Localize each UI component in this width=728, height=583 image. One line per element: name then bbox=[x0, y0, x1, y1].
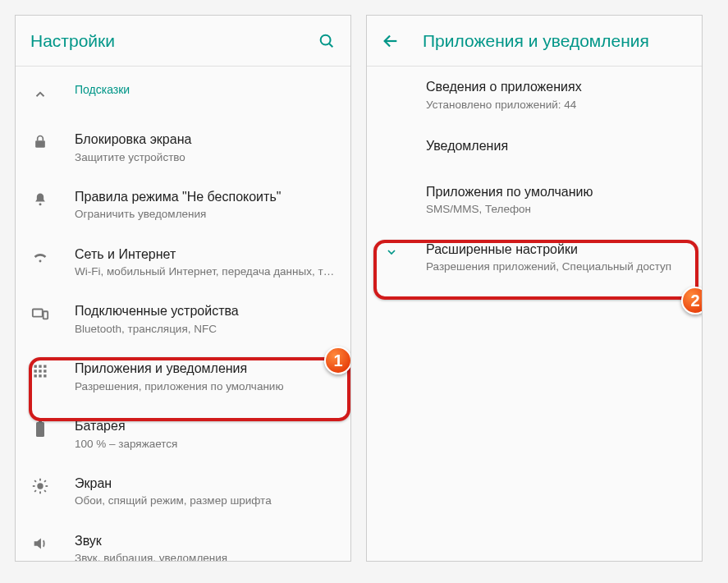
svg-rect-6 bbox=[34, 365, 37, 368]
svg-rect-9 bbox=[34, 370, 37, 373]
svg-rect-8 bbox=[43, 365, 46, 368]
brightness-icon bbox=[30, 476, 50, 496]
svg-rect-12 bbox=[34, 374, 37, 377]
empty-icon bbox=[382, 139, 401, 158]
apps-icon bbox=[30, 361, 50, 381]
item-title: Сведения о приложениях bbox=[426, 78, 687, 96]
row-advanced[interactable]: Расширенные настройки Разрешения приложе… bbox=[367, 229, 702, 287]
item-title: Правила режима "Не беспокоить" bbox=[75, 188, 336, 206]
svg-rect-13 bbox=[39, 374, 41, 377]
row-default-apps[interactable]: Приложения по умолчанию SMS/MMS, Телефон bbox=[367, 172, 702, 229]
wifi-icon bbox=[30, 247, 50, 267]
svg-rect-15 bbox=[36, 422, 44, 437]
item-title: Блокировка экрана bbox=[75, 131, 336, 149]
appbar-settings: Настройки bbox=[16, 16, 350, 67]
item-title: Расширенные настройки bbox=[426, 241, 687, 259]
row-battery[interactable]: Батарея 100 % – заряжается bbox=[16, 406, 350, 463]
item-title: Экран bbox=[75, 475, 336, 493]
item-subtitle: Защитите устройство bbox=[75, 150, 336, 165]
settings-list: Подсказки Блокировка экрана Защитите уст… bbox=[16, 67, 350, 561]
item-title: Сеть и Интернет bbox=[75, 246, 336, 264]
svg-line-1 bbox=[329, 44, 332, 47]
svg-point-0 bbox=[321, 34, 331, 44]
row-connected-devices[interactable]: Подключенные устройства Bluetooth, транс… bbox=[16, 291, 350, 348]
appbar-apps: Приложения и уведомления bbox=[367, 16, 702, 67]
devices-icon bbox=[30, 304, 50, 324]
volume-icon bbox=[30, 534, 50, 553]
chevron-up-icon bbox=[30, 85, 50, 104]
battery-icon bbox=[30, 419, 50, 438]
suggestions-label: Подсказки bbox=[75, 83, 336, 96]
row-sound[interactable]: Звук Звук, вибрация, уведомления bbox=[16, 521, 350, 561]
item-subtitle: Ограничить уведомления bbox=[75, 207, 336, 222]
row-lock-screen[interactable]: Блокировка экрана Защитите устройство bbox=[16, 119, 350, 177]
item-title: Батарея bbox=[75, 417, 336, 435]
empty-icon bbox=[382, 185, 401, 204]
svg-rect-11 bbox=[43, 370, 46, 373]
item-subtitle: Звук, вибрация, уведомления bbox=[75, 551, 336, 561]
svg-line-24 bbox=[34, 490, 36, 492]
svg-rect-5 bbox=[43, 312, 48, 319]
step-badge-1: 1 bbox=[324, 347, 351, 374]
lock-icon bbox=[30, 132, 50, 152]
row-display[interactable]: Экран Обои, спящий режим, размер шрифта bbox=[16, 463, 350, 521]
back-icon[interactable] bbox=[382, 32, 400, 50]
empty-icon bbox=[382, 80, 401, 99]
svg-rect-10 bbox=[39, 370, 41, 373]
item-title: Звук bbox=[75, 532, 336, 550]
row-app-info[interactable]: Сведения о приложениях Установлено прило… bbox=[367, 67, 702, 124]
row-network[interactable]: Сеть и Интернет Wi-Fi, мобильный Интерне… bbox=[16, 234, 350, 292]
svg-point-17 bbox=[37, 483, 43, 489]
svg-rect-16 bbox=[39, 420, 42, 422]
svg-rect-7 bbox=[39, 365, 41, 368]
item-subtitle: Разрешения, приложения по умолчанию bbox=[75, 379, 336, 394]
search-icon[interactable] bbox=[318, 32, 336, 50]
svg-rect-4 bbox=[33, 310, 43, 317]
svg-point-3 bbox=[39, 203, 42, 205]
item-subtitle: Установлено приложений: 44 bbox=[426, 98, 687, 112]
apps-list: Сведения о приложениях Установлено прило… bbox=[367, 67, 702, 561]
svg-rect-14 bbox=[43, 374, 46, 377]
chevron-down-icon bbox=[382, 242, 401, 262]
item-title: Приложения по умолчанию bbox=[426, 183, 687, 201]
row-notifications[interactable]: Уведомления bbox=[367, 124, 702, 172]
item-subtitle: Обои, спящий режим, размер шрифта bbox=[75, 493, 336, 508]
svg-line-23 bbox=[44, 490, 46, 492]
item-title: Приложения и уведомления bbox=[75, 360, 336, 378]
item-subtitle: 100 % – заряжается bbox=[75, 437, 336, 452]
svg-line-22 bbox=[34, 480, 36, 482]
settings-screen: Настройки Подсказки Блокировка экрана За… bbox=[15, 15, 351, 562]
row-dnd-rules[interactable]: Правила режима "Не беспокоить" Ограничит… bbox=[16, 177, 350, 234]
page-title: Настройки bbox=[30, 31, 295, 51]
item-subtitle: SMS/MMS, Телефон bbox=[426, 202, 687, 217]
svg-line-25 bbox=[44, 480, 46, 482]
step-badge-2: 2 bbox=[681, 287, 703, 314]
page-title: Приложения и уведомления bbox=[423, 31, 687, 51]
apps-notifications-screen: Приложения и уведомления Сведения о прил… bbox=[366, 15, 703, 562]
suggestions-header[interactable]: Подсказки bbox=[16, 67, 350, 119]
item-title: Подключенные устройства bbox=[75, 302, 336, 320]
item-subtitle: Bluetooth, трансляция, NFC bbox=[75, 322, 336, 337]
item-subtitle: Wi-Fi, мобильный Интернет, передача данн… bbox=[75, 264, 336, 279]
item-title: Уведомления bbox=[426, 137, 687, 155]
item-subtitle: Разрешения приложений, Специальный досту… bbox=[426, 259, 687, 274]
row-apps-notifications[interactable]: Приложения и уведомления Разрешения, при… bbox=[16, 348, 350, 406]
svg-rect-2 bbox=[35, 140, 45, 147]
bell-icon bbox=[30, 190, 50, 209]
